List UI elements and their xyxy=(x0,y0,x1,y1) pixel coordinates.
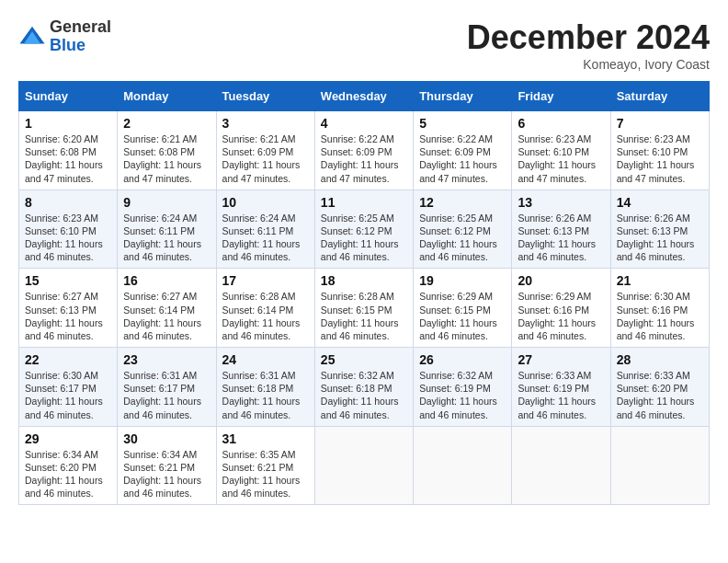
day-info: Sunrise: 6:34 AM Sunset: 6:21 PM Dayligh… xyxy=(123,448,210,500)
header-row: Sunday Monday Tuesday Wednesday Thursday… xyxy=(19,82,710,111)
day-number: 9 xyxy=(123,195,210,210)
day-info: Sunrise: 6:23 AM Sunset: 6:10 PM Dayligh… xyxy=(25,212,111,264)
calendar-cell: 3 Sunrise: 6:21 AM Sunset: 6:09 PM Dayli… xyxy=(216,111,314,190)
day-info: Sunrise: 6:22 AM Sunset: 6:09 PM Dayligh… xyxy=(321,132,407,185)
calendar-cell: 31 Sunrise: 6:35 AM Sunset: 6:21 PM Dayl… xyxy=(216,426,314,505)
day-number: 23 xyxy=(123,352,210,367)
day-info: Sunrise: 6:24 AM Sunset: 6:11 PM Dayligh… xyxy=(123,212,210,264)
day-number: 25 xyxy=(321,352,407,367)
day-info: Sunrise: 6:31 AM Sunset: 6:18 PM Dayligh… xyxy=(222,369,309,421)
calendar-cell: 20 Sunrise: 6:29 AM Sunset: 6:16 PM Dayl… xyxy=(512,269,610,348)
day-number: 24 xyxy=(222,352,309,367)
calendar-cell: 7 Sunrise: 6:23 AM Sunset: 6:10 PM Dayli… xyxy=(610,111,709,190)
day-info: Sunrise: 6:24 AM Sunset: 6:11 PM Dayligh… xyxy=(222,212,309,264)
day-number: 3 xyxy=(222,116,309,131)
day-number: 6 xyxy=(518,116,604,131)
day-number: 10 xyxy=(222,195,309,210)
day-number: 20 xyxy=(518,273,604,288)
calendar-cell: 10 Sunrise: 6:24 AM Sunset: 6:11 PM Dayl… xyxy=(216,190,314,269)
calendar-cell: 21 Sunrise: 6:30 AM Sunset: 6:16 PM Dayl… xyxy=(610,269,709,348)
calendar-header: Sunday Monday Tuesday Wednesday Thursday… xyxy=(19,82,710,111)
day-number: 4 xyxy=(321,116,407,131)
day-info: Sunrise: 6:34 AM Sunset: 6:20 PM Dayligh… xyxy=(25,448,111,500)
day-number: 15 xyxy=(25,273,111,288)
logo-text: General Blue xyxy=(50,18,111,55)
calendar-cell: 13 Sunrise: 6:26 AM Sunset: 6:13 PM Dayl… xyxy=(512,190,610,269)
day-number: 13 xyxy=(518,195,604,210)
logo-blue: Blue xyxy=(50,37,111,55)
day-number: 30 xyxy=(123,431,210,446)
logo: General Blue xyxy=(18,18,111,55)
day-info: Sunrise: 6:27 AM Sunset: 6:13 PM Dayligh… xyxy=(25,290,111,342)
day-info: Sunrise: 6:21 AM Sunset: 6:09 PM Dayligh… xyxy=(222,132,309,185)
day-number: 28 xyxy=(617,352,703,367)
calendar-week-5: 29 Sunrise: 6:34 AM Sunset: 6:20 PM Dayl… xyxy=(19,426,710,505)
day-number: 17 xyxy=(222,273,309,288)
calendar-cell: 29 Sunrise: 6:34 AM Sunset: 6:20 PM Dayl… xyxy=(19,426,118,505)
day-info: Sunrise: 6:30 AM Sunset: 6:16 PM Dayligh… xyxy=(617,290,703,342)
day-number: 2 xyxy=(123,116,210,131)
calendar-cell: 22 Sunrise: 6:30 AM Sunset: 6:17 PM Dayl… xyxy=(19,348,118,427)
calendar-cell xyxy=(512,426,610,505)
page-header: General Blue December 2024 Komeayo, Ivor… xyxy=(18,18,710,72)
day-number: 21 xyxy=(617,273,703,288)
calendar-cell: 6 Sunrise: 6:23 AM Sunset: 6:10 PM Dayli… xyxy=(512,111,610,190)
calendar-cell: 25 Sunrise: 6:32 AM Sunset: 6:18 PM Dayl… xyxy=(314,348,413,427)
calendar-cell: 8 Sunrise: 6:23 AM Sunset: 6:10 PM Dayli… xyxy=(19,190,118,269)
day-number: 19 xyxy=(419,273,506,288)
calendar-cell: 28 Sunrise: 6:33 AM Sunset: 6:20 PM Dayl… xyxy=(610,348,709,427)
calendar-cell: 5 Sunrise: 6:22 AM Sunset: 6:09 PM Dayli… xyxy=(414,111,512,190)
calendar-cell: 15 Sunrise: 6:27 AM Sunset: 6:13 PM Dayl… xyxy=(19,269,118,348)
day-info: Sunrise: 6:20 AM Sunset: 6:08 PM Dayligh… xyxy=(25,132,111,185)
day-info: Sunrise: 6:23 AM Sunset: 6:10 PM Dayligh… xyxy=(518,132,604,185)
day-info: Sunrise: 6:35 AM Sunset: 6:21 PM Dayligh… xyxy=(222,448,309,500)
day-number: 31 xyxy=(222,431,309,446)
calendar-cell: 30 Sunrise: 6:34 AM Sunset: 6:21 PM Dayl… xyxy=(118,426,216,505)
calendar-cell: 18 Sunrise: 6:28 AM Sunset: 6:15 PM Dayl… xyxy=(314,269,413,348)
calendar-cell: 17 Sunrise: 6:28 AM Sunset: 6:14 PM Dayl… xyxy=(216,269,314,348)
month-title: December 2024 xyxy=(467,18,710,57)
day-info: Sunrise: 6:23 AM Sunset: 6:10 PM Dayligh… xyxy=(617,132,703,185)
day-info: Sunrise: 6:33 AM Sunset: 6:19 PM Dayligh… xyxy=(518,369,604,421)
day-number: 16 xyxy=(123,273,210,288)
day-info: Sunrise: 6:30 AM Sunset: 6:17 PM Dayligh… xyxy=(25,369,111,421)
col-friday: Friday xyxy=(512,82,610,111)
day-info: Sunrise: 6:22 AM Sunset: 6:09 PM Dayligh… xyxy=(419,132,506,185)
day-number: 11 xyxy=(321,195,407,210)
day-info: Sunrise: 6:32 AM Sunset: 6:19 PM Dayligh… xyxy=(419,369,506,421)
calendar-cell: 1 Sunrise: 6:20 AM Sunset: 6:08 PM Dayli… xyxy=(19,111,118,190)
calendar-cell: 12 Sunrise: 6:25 AM Sunset: 6:12 PM Dayl… xyxy=(414,190,512,269)
day-info: Sunrise: 6:25 AM Sunset: 6:12 PM Dayligh… xyxy=(321,212,407,264)
day-info: Sunrise: 6:28 AM Sunset: 6:15 PM Dayligh… xyxy=(321,290,407,342)
day-number: 1 xyxy=(25,116,111,131)
day-number: 12 xyxy=(419,195,506,210)
logo-general: General xyxy=(50,18,111,37)
calendar-cell: 23 Sunrise: 6:31 AM Sunset: 6:17 PM Dayl… xyxy=(118,348,216,427)
calendar-cell: 24 Sunrise: 6:31 AM Sunset: 6:18 PM Dayl… xyxy=(216,348,314,427)
day-number: 14 xyxy=(617,195,703,210)
col-saturday: Saturday xyxy=(610,82,709,111)
day-number: 26 xyxy=(419,352,506,367)
calendar-cell xyxy=(610,426,709,505)
day-number: 7 xyxy=(617,116,703,131)
day-number: 8 xyxy=(25,195,111,210)
day-info: Sunrise: 6:25 AM Sunset: 6:12 PM Dayligh… xyxy=(419,212,506,264)
col-tuesday: Tuesday xyxy=(216,82,314,111)
day-info: Sunrise: 6:31 AM Sunset: 6:17 PM Dayligh… xyxy=(123,369,210,421)
day-info: Sunrise: 6:28 AM Sunset: 6:14 PM Dayligh… xyxy=(222,290,309,342)
day-info: Sunrise: 6:26 AM Sunset: 6:13 PM Dayligh… xyxy=(518,212,604,264)
day-info: Sunrise: 6:21 AM Sunset: 6:08 PM Dayligh… xyxy=(123,132,210,185)
calendar-cell: 4 Sunrise: 6:22 AM Sunset: 6:09 PM Dayli… xyxy=(314,111,413,190)
col-monday: Monday xyxy=(118,82,216,111)
location-subtitle: Komeayo, Ivory Coast xyxy=(467,57,710,72)
calendar-cell xyxy=(314,426,413,505)
day-number: 22 xyxy=(25,352,111,367)
calendar-cell: 26 Sunrise: 6:32 AM Sunset: 6:19 PM Dayl… xyxy=(414,348,512,427)
calendar-cell: 11 Sunrise: 6:25 AM Sunset: 6:12 PM Dayl… xyxy=(314,190,413,269)
calendar-week-2: 8 Sunrise: 6:23 AM Sunset: 6:10 PM Dayli… xyxy=(19,190,710,269)
calendar-week-4: 22 Sunrise: 6:30 AM Sunset: 6:17 PM Dayl… xyxy=(19,348,710,427)
calendar-cell xyxy=(414,426,512,505)
col-thursday: Thursday xyxy=(414,82,512,111)
title-area: December 2024 Komeayo, Ivory Coast xyxy=(467,18,710,72)
calendar-cell: 9 Sunrise: 6:24 AM Sunset: 6:11 PM Dayli… xyxy=(118,190,216,269)
